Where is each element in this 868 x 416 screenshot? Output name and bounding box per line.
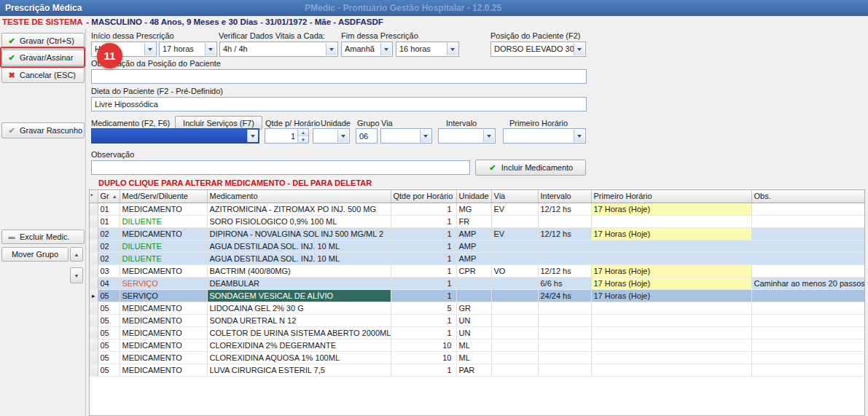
cell-medicamento: DIPIRONA - NOVALGINA SOL INJ 500 MG/ML 2 (207, 227, 391, 240)
col-header-primeiro-horario[interactable]: Primeiro Horário (591, 190, 751, 203)
incluir-medicamento-button[interactable]: ✔ Incluir Medicamento (475, 160, 586, 176)
gravar-button[interactable]: ✔ Gravar (Ctrl+S) (1, 33, 85, 49)
col-header-tipo[interactable]: Med/Serv/Diluente (120, 190, 207, 203)
inicio-hora-value: 17 horas (163, 44, 194, 53)
spin-down-icon[interactable]: ▼ (298, 136, 308, 143)
via-select[interactable] (380, 128, 432, 144)
gravar-rascunho-label: Gravar Rascunho (20, 126, 82, 135)
sort-asc-icon: ▲ (112, 194, 117, 199)
grid-body: 01 MEDICAMENTO AZITROMICINA - ZITROMAX P… (90, 203, 864, 376)
mover-grupo-down-button[interactable]: ▼ (70, 267, 83, 283)
cancelar-button[interactable]: ✖ Cancelar (ESC) (1, 67, 85, 83)
col-header-obs[interactable]: Obs. (751, 190, 864, 203)
primeiro-horario-select[interactable] (503, 128, 586, 144)
spin-up-icon[interactable]: ▲ (298, 129, 308, 136)
unidade-select[interactable] (313, 128, 350, 144)
table-row[interactable]: ▸ 05 SERVIÇO SONDAGEM VESICAL DE ALÍVIO … (90, 289, 864, 302)
dados-vitais-select[interactable]: 4h / 4h (219, 42, 338, 57)
table-row[interactable]: 05 MEDICAMENTO LIDOCAINA GEL 2% 30 G 5 G… (90, 302, 864, 314)
table-row[interactable]: 01 DILUENTE SORO FISIOLOGICO 0,9% 100 ML… (90, 215, 864, 227)
cell-qtde: 1 (391, 240, 456, 252)
stepper-buttons[interactable]: ▲ ▼ (297, 129, 308, 143)
dropdown-arrow-icon[interactable] (574, 130, 584, 142)
table-row[interactable]: 05 MEDICAMENTO LUVA CIRURGICA ESTERIL 7,… (90, 364, 864, 376)
col-header-gr[interactable]: Gr▲ (98, 190, 120, 203)
cell-obs (751, 252, 864, 264)
col-header-via[interactable]: Via (491, 190, 538, 203)
table-row[interactable]: 02 DILUENTE AGUA DESTILADA SOL. INJ. 10 … (90, 240, 864, 252)
table-row[interactable]: 02 MEDICAMENTO DIPIRONA - NOVALGINA SOL … (90, 227, 864, 240)
intervalo-select[interactable] (438, 128, 496, 144)
cell-type: MEDICAMENTO (120, 264, 207, 277)
table-row[interactable]: 05 MEDICAMENTO COLETOR DE URINA SISTEMA … (90, 326, 864, 339)
table-row[interactable]: 05 MEDICAMENTO CLOREXIDINA AQUOSA 1% 100… (90, 351, 864, 364)
table-row[interactable]: 05 MEDICAMENTO CLOREXIDINA 2% DEGERMANTE… (90, 339, 864, 351)
inicio-hora-select[interactable]: 17 horas (159, 42, 217, 57)
mover-grupo-button[interactable]: Mover Grupo (1, 247, 69, 262)
cell-obs (751, 326, 864, 339)
medicamento-select[interactable] (91, 128, 259, 144)
fim-hora-select[interactable]: 16 horas (396, 42, 459, 57)
minus-icon: ▬ (7, 233, 16, 241)
inicio-prescricao-label: Início dessa Prescrição (91, 31, 174, 40)
patient-name: TESTE DE SISTEMA (2, 17, 82, 26)
dropdown-arrow-icon[interactable] (326, 43, 337, 55)
cell-via (491, 364, 538, 376)
cell-qtde: 1 (391, 289, 456, 302)
table-row[interactable]: 05 MEDICAMENTO SONDA URETRAL N 12 1 UN (90, 314, 864, 326)
dropdown-arrow-icon[interactable] (247, 130, 258, 142)
grupo-input[interactable] (356, 128, 378, 144)
table-row[interactable]: 02 DILUENTE AGUA DESTILADA SOL. INJ. 10 … (90, 252, 864, 264)
cell-obs (751, 215, 864, 227)
fim-dia-select[interactable]: Amanhã (341, 42, 393, 57)
row-selector-cell (90, 215, 98, 227)
cell-primeiro-horario: 17 Horas (Hoje) (591, 203, 751, 215)
cell-intervalo: 12/12 hs (538, 227, 591, 240)
dropdown-arrow-icon[interactable] (447, 43, 458, 55)
cell-qtde: 1 (391, 252, 456, 264)
gravar-rascunho-button[interactable]: ✔ Gravar Rascunho (1, 122, 85, 138)
cell-type: DILUENTE (120, 252, 207, 264)
dropdown-arrow-icon[interactable] (574, 43, 584, 55)
posicao-paciente-select[interactable]: DORSO ELEVADO 30 G (490, 42, 586, 57)
dropdown-arrow-icon[interactable] (144, 43, 155, 55)
cell-type: DILUENTE (120, 215, 207, 227)
cell-group: 03 (98, 264, 120, 277)
col-header-medicamento[interactable]: Medicamento (207, 190, 391, 203)
observacao-input[interactable] (91, 160, 470, 175)
table-row[interactable]: 04 SERVIÇO DEAMBULAR 1 6/6 hs 17 Horas (… (90, 277, 864, 289)
dropdown-arrow-icon[interactable] (380, 43, 391, 55)
cell-intervalo (538, 302, 591, 314)
excluir-medic-label: Excluir Medic. (20, 232, 69, 241)
mover-grupo-up-button[interactable]: ▲ (70, 247, 83, 262)
cancelar-label: Cancelar (ESC) (20, 71, 76, 79)
cell-unidade: FR (456, 215, 491, 227)
cell-obs (751, 227, 864, 240)
dropdown-arrow-icon[interactable] (205, 43, 216, 55)
gravar-assinar-button[interactable]: ✔ Gravar/Assinar (1, 50, 85, 66)
cell-unidade: CPR (456, 264, 491, 277)
dropdown-arrow-icon[interactable] (420, 130, 431, 142)
col-header-unidade[interactable]: Unidade (456, 190, 491, 203)
dropdown-arrow-icon[interactable] (337, 130, 348, 142)
sidebar: ✔ Gravar (Ctrl+S) ✔ Gravar/Assinar ✖ Can… (0, 29, 86, 416)
cell-group: 05 (98, 326, 120, 339)
medicamento-label: Medicamento (F2, F6) (91, 119, 170, 127)
col-header-intervalo[interactable]: Intervalo (538, 190, 591, 203)
dieta-input[interactable] (91, 97, 587, 111)
dropdown-arrow-icon[interactable] (483, 130, 494, 142)
obs-posicao-input[interactable] (91, 69, 587, 84)
patient-details: - MASCULINO - 48 Anos, 9 Meses e 30 Dias… (86, 17, 383, 26)
incluir-medicamento-label: Incluir Medicamento (501, 163, 573, 172)
excluir-medic-button[interactable]: ▬ Excluir Medic. (1, 229, 85, 244)
cell-group: 01 (98, 203, 120, 215)
cell-primeiro-horario (591, 364, 751, 376)
cell-intervalo (538, 326, 591, 339)
qtde-stepper[interactable]: 1 ▲ ▼ (265, 128, 309, 144)
titlebar: Prescrição Médica PMedic - Prontuário Ge… (0, 0, 868, 16)
table-row[interactable]: 01 MEDICAMENTO AZITROMICINA - ZITROMAX P… (90, 203, 864, 215)
cell-via (491, 252, 538, 264)
table-row[interactable]: 03 MEDICAMENTO BACTRIM (400/80MG) 1 CPR … (90, 264, 864, 277)
prescription-window: Prescrição Médica PMedic - Prontuário Ge… (0, 0, 868, 416)
col-header-qtde[interactable]: Qtde por Horário (391, 190, 456, 203)
